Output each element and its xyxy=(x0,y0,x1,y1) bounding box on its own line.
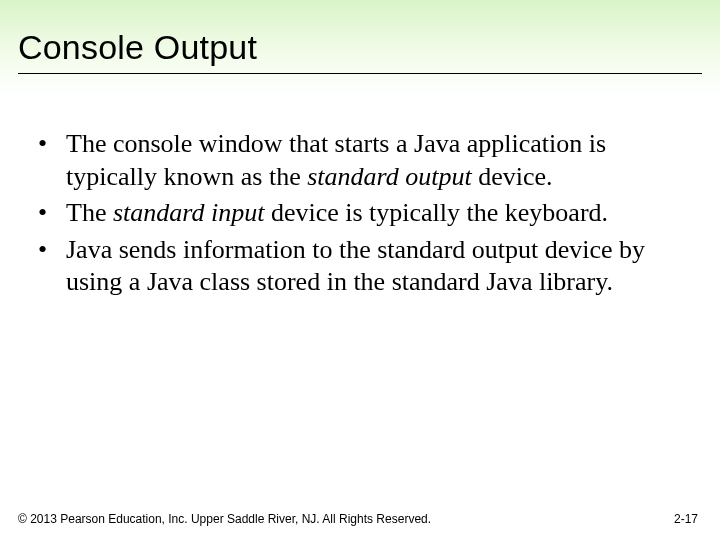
slide: Console Output The console window that s… xyxy=(0,0,720,540)
bullet-text-pre: Java sends information to the standard o… xyxy=(66,235,645,297)
bullet-item: The console window that starts a Java ap… xyxy=(38,128,682,193)
slide-body: The console window that starts a Java ap… xyxy=(0,96,720,299)
bullet-list: The console window that starts a Java ap… xyxy=(38,128,682,299)
bullet-item: The standard input device is typically t… xyxy=(38,197,682,230)
bullet-text-em: standard output xyxy=(307,162,471,191)
header-band: Console Output xyxy=(0,0,720,96)
page-number: 2-17 xyxy=(674,512,698,526)
copyright-footer: © 2013 Pearson Education, Inc. Upper Sad… xyxy=(18,512,431,526)
title-underline xyxy=(18,73,702,74)
bullet-text-post: device is typically the keyboard. xyxy=(264,198,608,227)
bullet-text-pre: The xyxy=(66,198,113,227)
slide-title: Console Output xyxy=(18,28,702,67)
bullet-text-post: device. xyxy=(472,162,553,191)
bullet-item: Java sends information to the standard o… xyxy=(38,234,682,299)
bullet-text-em: standard input xyxy=(113,198,264,227)
